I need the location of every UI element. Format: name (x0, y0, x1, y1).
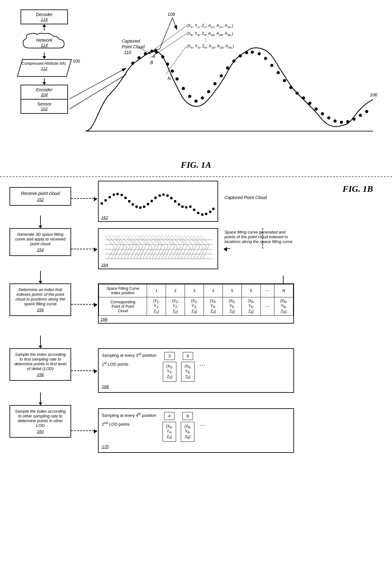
svg-point-29 (296, 92, 299, 95)
svg-point-24 (264, 57, 267, 60)
diagram2-num: 164 (101, 263, 108, 267)
svg-line-104 (124, 246, 130, 259)
encoder-label: Encoder (24, 87, 64, 92)
lod2-label: 2nd LOD points (102, 421, 156, 427)
decoder-label: Decoder (24, 12, 64, 17)
svg-point-79 (162, 193, 165, 196)
network-label: Network (20, 38, 69, 43)
lod2-col2-num: 8 (182, 412, 193, 420)
svg-text:N: N (168, 76, 171, 81)
svg-line-116 (143, 246, 149, 259)
svg-point-73 (139, 206, 142, 209)
svg-point-35 (334, 119, 337, 123)
svg-point-37 (346, 120, 349, 123)
svg-point-69 (124, 197, 127, 199)
table-row-data: CorrespondingPoint of PointCloud (X1,Y1,… (99, 297, 293, 316)
network-cloud: Network 114 (20, 31, 69, 52)
step1-num: 152 (13, 197, 67, 202)
svg-point-63 (101, 202, 103, 205)
diagram2-svg (99, 229, 216, 267)
lod1-col1-pts: (X3,Y3,Z3) (163, 362, 176, 382)
svg-point-78 (158, 194, 161, 197)
step1-box: Receive point cloud 152 (9, 187, 71, 206)
colN-header: N (274, 284, 293, 297)
compressed-label: Compressed Attribute Info. (17, 61, 72, 66)
dashed-arrow-4 (71, 370, 97, 371)
lod1-label: 1st LOD points (102, 361, 156, 367)
fig1a-section: Decoder 116 Network 114 Compr (0, 0, 392, 177)
svg-point-76 (150, 200, 153, 202)
svg-point-77 (154, 197, 157, 199)
step3-num: 156 (13, 307, 67, 312)
svg-point-30 (302, 96, 305, 100)
network-num: 114 (20, 43, 69, 47)
svg-line-96 (111, 246, 118, 259)
diagram5-num: 170 (102, 444, 290, 449)
lod1-sampling-text: Sampling at every 3rd position (102, 352, 156, 358)
svg-point-82 (174, 200, 176, 203)
svg-point-10 (175, 77, 179, 81)
diagram3-box: Space Filling CurveIndex position 1 2 3 … (98, 283, 294, 324)
svg-point-20 (239, 54, 242, 58)
dashed-arrow-label-diagram2 (224, 248, 230, 249)
cell-3: (X3,Y3,Z3) (185, 297, 204, 316)
fig1b-section: FIG. 1B Receive point cloud 152 Generate… (0, 178, 392, 565)
lod1-col1: 3 (X3,Y3,Z3) (163, 352, 176, 382)
diagram5-content: Sampling at every 4th position 2nd LOD p… (102, 412, 290, 442)
svg-line-124 (156, 246, 162, 259)
dashed-arrow-3 (71, 304, 97, 305)
col6-header: 6 (242, 284, 260, 297)
cell-6: (X6,Y6,Z6) (242, 297, 260, 316)
svg-point-36 (340, 121, 343, 124)
svg-point-18 (226, 66, 229, 70)
svg-point-31 (308, 102, 311, 105)
svg-line-138 (178, 245, 184, 259)
col5-header: 5 (223, 284, 242, 297)
svg-point-85 (185, 206, 187, 209)
lod2-col2: 8 (X8,Y8,Z8) (181, 412, 194, 442)
step2-num: 154 (13, 247, 67, 252)
svg-line-122 (152, 245, 159, 259)
svg-line-130 (165, 245, 171, 259)
svg-point-28 (289, 86, 292, 89)
svg-line-120 (149, 246, 156, 259)
svg-text:⋮: ⋮ (204, 37, 208, 42)
lod2-right: 4 (X4,Y4,Z4) 8 (X8,Y8,Z8) ⋯ (162, 412, 205, 442)
fig1a-title: FIG. 1A (181, 160, 211, 170)
svg-point-68 (120, 194, 123, 196)
index-table: Space Filling CurveIndex position 1 2 3 … (99, 284, 293, 316)
arrow-network-compressed (44, 52, 45, 59)
lod2-col1-pts: (X4,Y4,Z4) (162, 422, 176, 442)
svg-point-33 (321, 112, 324, 115)
svg-text:(XN, YN, ZN; A1N, A2N, A3N,): (XN, YN, ZN; A1N, A2N, A3N,) (187, 44, 234, 49)
svg-line-154 (203, 245, 209, 259)
step5-box: Sample the index according to other samp… (9, 405, 71, 438)
svg-point-89 (201, 213, 204, 216)
step2-text: Generate 3D space filling curve and appl… (13, 232, 67, 246)
svg-line-136 (175, 246, 181, 259)
svg-point-16 (213, 82, 217, 85)
lod2-col1: 4 (X4,Y4,Z4) (162, 412, 176, 442)
decoder-num: 116 (24, 17, 64, 22)
svg-point-17 (220, 74, 223, 77)
svg-point-9 (171, 70, 174, 73)
svg-line-112 (137, 246, 143, 259)
svg-point-32 (315, 107, 318, 111)
fig1a-flowchart: Decoder 116 Network 114 Compr (13, 9, 76, 114)
dashed-arrow-2 (71, 249, 97, 249)
svg-text:Point Cloud: Point Cloud (122, 44, 145, 49)
diagram4-box: Sampling at every 3rd position 1st LOD p… (98, 348, 294, 393)
encoder-box: Encoder 104 (21, 85, 68, 100)
step4-box: Sample the index according to first samp… (9, 348, 71, 381)
svg-point-19 (232, 59, 236, 63)
svg-point-90 (205, 213, 207, 215)
svg-point-11 (182, 87, 185, 90)
compressed-num: 112 (17, 66, 72, 71)
col-dots-header: ⋯ (260, 284, 274, 297)
svg-line-53 (166, 47, 186, 74)
fig1a-waveform-svg: 106 108 (XA, YA, ZA; A1A, A2A, A3A,) (XB… (70, 5, 383, 160)
svg-line-144 (187, 246, 193, 259)
sensor-box: Sensor 102 (21, 100, 68, 114)
cell-1: (X1,Y1,Z1) (147, 297, 166, 316)
lod1-right: 3 (X3,Y3,Z3) 6 (X6,Y6,Z6) ⋯ (163, 352, 205, 382)
